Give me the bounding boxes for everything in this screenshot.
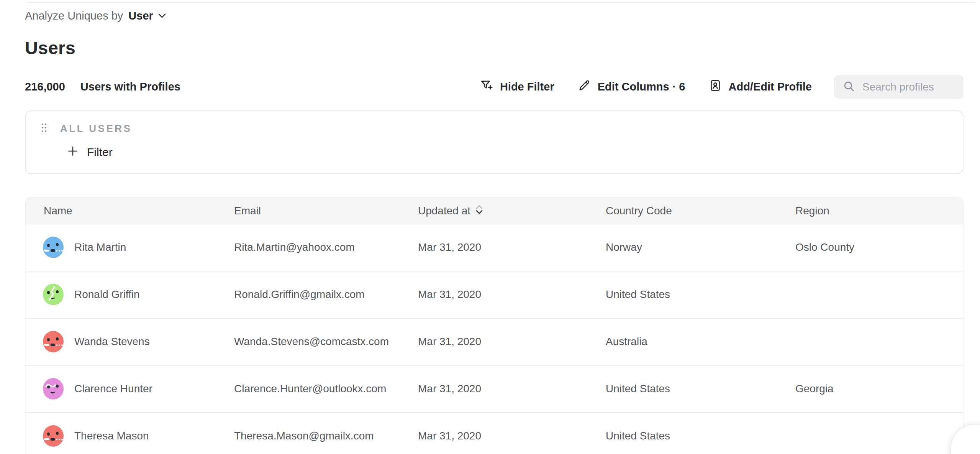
- cell-name: Rita Martin: [74, 241, 126, 253]
- avatar-mouth: [44, 249, 63, 252]
- page-title: Users: [25, 37, 964, 58]
- pencil-icon: [577, 79, 591, 95]
- users-page: Analyze Uniques by User Users 216,000 Us…: [0, 9, 980, 454]
- cell-country-code: Australia: [606, 336, 647, 348]
- table-row[interactable]: Clarence Hunter Clarence.Hunter@outlookx…: [25, 366, 963, 413]
- table-row[interactable]: Theresa Mason Theresa.Mason@gmailx.com M…: [25, 413, 963, 454]
- cell-email: Ronald.Griffin@gmailx.com: [234, 288, 365, 301]
- column-header-region[interactable]: Region: [795, 205, 829, 217]
- profile-card-icon: [708, 79, 722, 95]
- filter-group-label: ALL USERS: [60, 123, 132, 135]
- profile-count: 216,000: [25, 81, 65, 93]
- profile-count-summary: 216,000 Users with Profiles: [25, 81, 180, 93]
- chevron-down-icon: [158, 13, 166, 18]
- cell-country-code: United States: [606, 288, 670, 301]
- analyze-uniques-label: Analyze Uniques by: [25, 9, 123, 23]
- cell-updated-at: Mar 31, 2020: [418, 241, 481, 253]
- avatar-eye: [56, 243, 59, 246]
- table-row[interactable]: Ronald Griffin Ronald.Griffin@gmailx.com…: [25, 271, 963, 319]
- cell-name: Clarence Hunter: [74, 383, 152, 395]
- search-icon: [842, 80, 855, 94]
- avatar-squiggle: [43, 284, 64, 307]
- column-header-label: Region: [795, 205, 829, 217]
- column-header-country-code[interactable]: Country Code: [606, 205, 672, 217]
- column-header-name[interactable]: Name: [44, 205, 72, 217]
- hide-filter-button[interactable]: Hide Filter: [480, 79, 554, 95]
- filter-group-header: ALL USERS: [41, 123, 963, 135]
- funnel-plus-icon: [480, 79, 493, 95]
- cell-email: Rita.Martin@yahoox.com: [234, 241, 355, 253]
- column-header-label: Name: [44, 205, 72, 217]
- cell-updated-at: Mar 31, 2020: [418, 383, 481, 395]
- avatar-mouth: [44, 438, 63, 441]
- filter-card: ALL USERS Filter: [25, 110, 964, 174]
- cell-region: Oslo County: [795, 241, 854, 253]
- cell-region: Georgia: [795, 383, 834, 395]
- avatar-squiggle: [43, 378, 64, 401]
- avatar-mouth: [44, 344, 63, 346]
- column-header-email[interactable]: Email: [234, 205, 261, 217]
- cell-updated-at: Mar 31, 2020: [418, 336, 481, 348]
- avatar: [43, 331, 64, 352]
- avatar-eye: [47, 433, 50, 436]
- drag-handle-icon[interactable]: [41, 123, 47, 134]
- avatar: [43, 378, 64, 400]
- cell-name: Wanda Stevens: [74, 336, 150, 348]
- cell-updated-at: Mar 31, 2020: [418, 430, 481, 442]
- cell-name: Ronald Griffin: [74, 288, 140, 301]
- users-table: NameEmailUpdated atCountry CodeRegion Ri…: [25, 197, 964, 454]
- cell-email: Theresa.Mason@gmailx.com: [234, 430, 374, 442]
- hide-filter-label: Hide Filter: [500, 81, 554, 93]
- table-row[interactable]: Rita Martin Rita.Martin@yahoox.com Mar 3…: [25, 224, 963, 271]
- search-profiles-input[interactable]: [862, 81, 958, 94]
- column-header-updated-at[interactable]: Updated at: [418, 204, 483, 218]
- avatar-eye: [47, 244, 50, 247]
- cell-name: Theresa Mason: [74, 430, 149, 442]
- search-profiles-box[interactable]: [834, 75, 964, 99]
- analyze-uniques-row: Analyze Uniques by User: [25, 9, 964, 23]
- edit-columns-label: Edit Columns · 6: [598, 81, 685, 93]
- cell-updated-at: Mar 31, 2020: [418, 288, 481, 301]
- column-header-label: Email: [234, 205, 261, 217]
- cell-country-code: United States: [606, 383, 670, 395]
- cell-email: Wanda.Stevens@comcastx.com: [234, 336, 389, 348]
- avatar-eye: [56, 432, 59, 435]
- avatar: [43, 425, 64, 447]
- column-header-label: Updated at: [418, 205, 470, 217]
- table-row[interactable]: Wanda Stevens Wanda.Stevens@comcastx.com…: [25, 319, 963, 366]
- top-card-hairline: [27, 2, 975, 3]
- column-header-label: Country Code: [606, 205, 672, 217]
- add-edit-profile-button[interactable]: Add/Edit Profile: [708, 79, 812, 95]
- toolbar: 216,000 Users with Profiles Hide Filter …: [25, 75, 964, 99]
- add-edit-profile-label: Add/Edit Profile: [729, 81, 812, 93]
- table-body: Rita Martin Rita.Martin@yahoox.com Mar 3…: [25, 224, 963, 454]
- profile-count-label: Users with Profiles: [80, 81, 180, 93]
- cell-country-code: United States: [606, 430, 670, 442]
- analyze-by-value: User: [128, 9, 153, 23]
- avatar-eye: [47, 338, 50, 341]
- cell-country-code: Norway: [606, 241, 642, 253]
- analyze-by-dropdown[interactable]: User: [128, 9, 166, 23]
- avatar: [43, 237, 64, 258]
- add-filter-label: Filter: [87, 146, 113, 159]
- edit-columns-button[interactable]: Edit Columns · 6: [577, 79, 685, 95]
- add-filter-button[interactable]: Filter: [67, 145, 963, 160]
- cell-email: Clarence.Hunter@outlookx.com: [234, 383, 386, 395]
- sort-asc-desc-icon[interactable]: [475, 204, 483, 218]
- plus-icon: [67, 145, 79, 160]
- avatar-eye: [56, 337, 59, 340]
- avatar: [43, 284, 64, 305]
- table-header-row: NameEmailUpdated atCountry CodeRegion: [25, 197, 963, 224]
